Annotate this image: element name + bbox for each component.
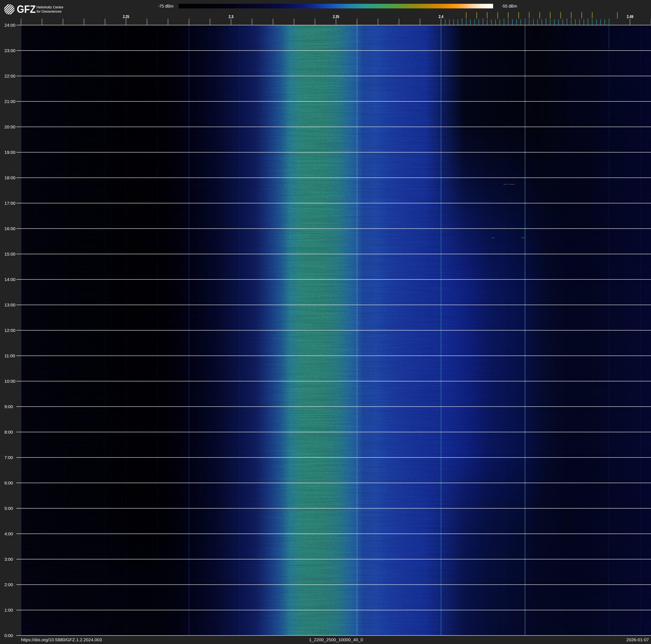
svg-text:for Geosciences: for Geosciences [36,9,62,13]
svg-text:2.4: 2.4 [439,14,444,19]
svg-text:2.25: 2.25 [123,14,129,19]
svg-text:-55 dBm: -55 dBm [501,4,517,8]
svg-text:23:00: 23:00 [4,48,16,53]
svg-text:10:00: 10:00 [4,379,16,384]
svg-text:17:00: 17:00 [4,201,16,206]
svg-text:22:00: 22:00 [4,74,16,79]
svg-text:15:00: 15:00 [4,252,16,257]
svg-text:2.49: 2.49 [627,14,633,19]
svg-text:24:00: 24:00 [4,23,16,28]
svg-text:2.35: 2.35 [333,14,339,19]
svg-text:-75 dBm: -75 dBm [158,4,174,8]
svg-text:1:00: 1:00 [4,608,13,612]
svg-text:21:00: 21:00 [4,99,16,104]
svg-text:12:00: 12:00 [4,328,16,333]
svg-text:https://doi.org/10.5880/GFZ.1.: https://doi.org/10.5880/GFZ.1.2.2024.003 [21,637,102,642]
svg-text:2.3: 2.3 [229,14,234,19]
svg-text:19:00: 19:00 [4,150,16,155]
svg-text:5:00: 5:00 [4,506,13,511]
svg-text:GFZ: GFZ [17,3,36,15]
svg-text:13:00: 13:00 [4,302,16,307]
svg-text:18:00: 18:00 [4,175,16,180]
svg-text:1_2200_2500_10000_40_0: 1_2200_2500_10000_40_0 [309,637,363,642]
svg-text:9:00: 9:00 [4,404,13,409]
svg-text:3:00: 3:00 [4,557,13,562]
svg-text:7:00: 7:00 [4,455,13,460]
svg-text:14:00: 14:00 [4,277,16,282]
svg-text:2:00: 2:00 [4,582,13,587]
svg-text:11:00: 11:00 [4,353,15,358]
svg-text:0:00: 0:00 [4,633,13,638]
svg-text:Helmholtz Centre: Helmholtz Centre [36,5,63,9]
svg-text:20:00: 20:00 [4,124,16,129]
svg-text:2026-01-07: 2026-01-07 [626,637,649,642]
svg-text:16:00: 16:00 [4,226,16,231]
svg-text:8:00: 8:00 [4,430,13,435]
svg-text:6:00: 6:00 [4,480,13,485]
svg-text:4:00: 4:00 [4,531,13,536]
